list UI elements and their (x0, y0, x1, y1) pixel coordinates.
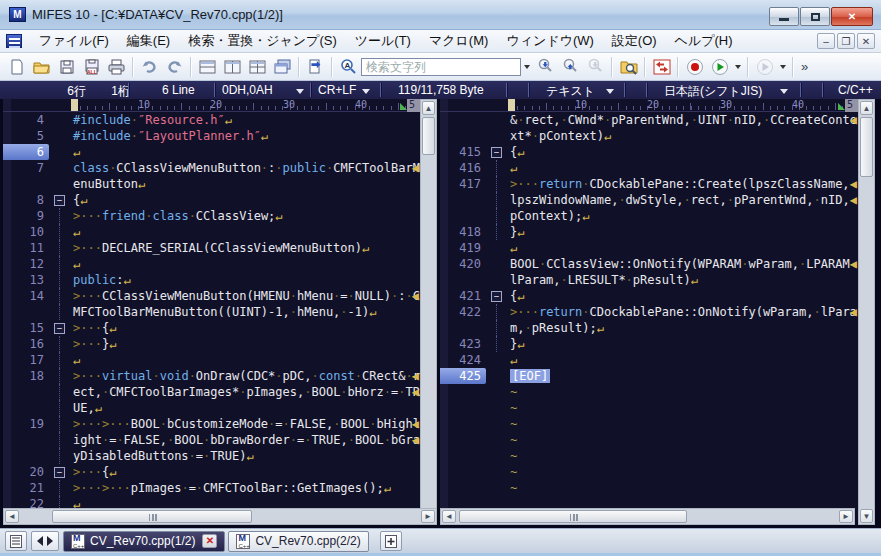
redo-button[interactable] (162, 55, 187, 79)
search-button[interactable]: A (336, 55, 361, 79)
scroll-down-icon[interactable]: ▼ (860, 509, 873, 523)
save-button[interactable] (54, 55, 79, 79)
scroll-up-icon[interactable]: ▲ (422, 101, 435, 115)
fold-margin[interactable]: − (49, 464, 73, 480)
menu-item-2[interactable]: 検索・置換・ジャンプ(S) (179, 30, 346, 52)
fold-margin (486, 192, 510, 208)
undo-button[interactable] (137, 55, 162, 79)
line-number: 16 (3, 336, 49, 352)
left-pane[interactable]: 10 20 30 40 5 4#include·″Resource.h″↵5#i… (3, 99, 420, 525)
left-vscroll-thumb[interactable] (422, 117, 435, 155)
file-list-button[interactable] (5, 531, 27, 551)
fold-collapse-icon[interactable]: − (54, 323, 65, 334)
fold-margin[interactable]: − (486, 288, 510, 304)
status-encoding[interactable]: 日本語(シフトJIS) (664, 83, 762, 100)
line-number (440, 400, 486, 416)
tab-cv-rev70-1[interactable]: CV_Rev70.cpp(1/2) ✕ (63, 531, 225, 552)
mode-dropdown-icon[interactable] (606, 89, 614, 94)
menu-item-0[interactable]: ファイル(F) (30, 30, 118, 52)
tab-cv-rev70-2[interactable]: CV_Rev70.cpp(2/2) (228, 531, 368, 552)
split-horizontal-button[interactable] (195, 55, 220, 79)
play-keymacro-button[interactable] (752, 55, 777, 79)
fold-margin[interactable]: − (486, 144, 510, 160)
play-macro-dropdown[interactable] (735, 65, 741, 69)
toolbar-overflow-button[interactable]: » (801, 59, 808, 74)
find-next-button[interactable] (533, 55, 558, 79)
char-code-dropdown-icon[interactable] (296, 89, 304, 94)
fold-margin[interactable]: − (49, 192, 73, 208)
right-horizontal-scrollbar[interactable]: ◄ ► (440, 508, 855, 525)
code-text: {↵ (510, 288, 858, 304)
status-char-code[interactable]: 0DH,0AH (222, 83, 273, 97)
menu-item-6[interactable]: 設定(O) (603, 30, 666, 52)
maximize-button[interactable] (800, 7, 830, 26)
code-row: ~ (440, 448, 858, 464)
split-vertical-button[interactable] (220, 55, 245, 79)
linebreak-dropdown-icon[interactable] (362, 89, 370, 94)
scroll-left-icon[interactable]: ◄ (442, 510, 456, 523)
play-macro-button[interactable] (707, 55, 732, 79)
code-text: ight·=·FALSE,·BOOL·bDrawBorder·=·TRUE,·B… (73, 432, 420, 448)
menu-item-7[interactable]: ヘルプ(H) (666, 30, 742, 52)
code-row: 13public:↵ (3, 272, 420, 288)
find-selection-button[interactable] (583, 55, 608, 79)
status-col-jp: 1桁 (94, 83, 130, 100)
find-prev-button[interactable] (558, 55, 583, 79)
right-pane[interactable]: 10 20 30 40 5 &·rect,·CWnd*·pParentWnd,·… (440, 99, 858, 525)
minimize-button[interactable] (769, 7, 799, 26)
fold-margin (49, 496, 73, 508)
grep-button[interactable] (616, 55, 641, 79)
record-macro-button[interactable] (682, 55, 707, 79)
fold-margin[interactable]: − (49, 320, 73, 336)
fold-margin (486, 400, 510, 416)
print-button[interactable] (104, 55, 129, 79)
cascade-windows-button[interactable] (270, 55, 295, 79)
search-input[interactable] (361, 58, 521, 76)
line-number: 14 (3, 288, 49, 304)
compare-button[interactable] (649, 55, 674, 79)
fold-margin (49, 288, 73, 304)
scroll-left-icon[interactable]: ◄ (5, 510, 19, 523)
menu-item-5[interactable]: ウィンドウ(W) (497, 30, 602, 52)
new-tab-button[interactable] (380, 531, 402, 551)
scroll-right-icon[interactable]: ► (839, 510, 853, 523)
tag-jump-button[interactable] (303, 55, 328, 79)
right-hscroll-thumb[interactable] (459, 510, 687, 523)
left-ruler: 10 20 30 40 5 (3, 99, 420, 112)
fold-collapse-icon[interactable]: − (491, 147, 502, 158)
mdi-restore-button[interactable]: ❐ (837, 33, 855, 49)
fold-collapse-icon[interactable]: − (491, 291, 502, 302)
left-hscroll-thumb[interactable] (52, 510, 252, 523)
new-file-icon (9, 59, 25, 75)
menu-item-3[interactable]: ツール(T) (346, 30, 420, 52)
mdi-minimize-button[interactable]: – (817, 33, 835, 49)
open-file-button[interactable] (29, 55, 54, 79)
status-linebreak[interactable]: CR+LF (318, 83, 356, 97)
play-keymacro-dropdown[interactable] (780, 65, 786, 69)
document-menu-icon[interactable] (6, 34, 22, 48)
tab-scroll-buttons[interactable] (31, 531, 59, 551)
left-vertical-scrollbar[interactable]: ▲ ▼ (420, 99, 437, 525)
close-button[interactable]: ✕ (831, 7, 873, 26)
code-text: ↵ (510, 160, 858, 176)
fold-collapse-icon[interactable]: − (54, 467, 65, 478)
scroll-right-icon[interactable]: ► (421, 510, 435, 523)
scroll-up-icon[interactable]: ▲ (860, 101, 873, 115)
code-row: lpszWindowName,·dwStyle,·rect,·pParentWn… (440, 192, 858, 208)
status-mode[interactable]: テキスト (546, 83, 595, 100)
search-history-dropdown[interactable] (524, 65, 530, 69)
fold-collapse-icon[interactable]: − (54, 195, 65, 206)
right-vscroll-thumb[interactable] (860, 117, 873, 177)
line-number: 12 (3, 256, 49, 272)
line-number: 22 (3, 496, 49, 508)
new-file-button[interactable] (4, 55, 29, 79)
menu-item-1[interactable]: 編集(E) (118, 30, 179, 52)
tab-close-icon[interactable]: ✕ (202, 534, 217, 548)
right-vertical-scrollbar[interactable]: ▲ ▼ (858, 99, 875, 525)
menu-item-4[interactable]: マクロ(M) (420, 30, 497, 52)
save-all-button[interactable]: ALL (79, 55, 104, 79)
split-quad-button[interactable] (245, 55, 270, 79)
encoding-dropdown-icon[interactable] (780, 89, 788, 94)
left-horizontal-scrollbar[interactable]: ◄ ► (3, 508, 437, 525)
mdi-close-button[interactable]: ✕ (857, 33, 875, 49)
